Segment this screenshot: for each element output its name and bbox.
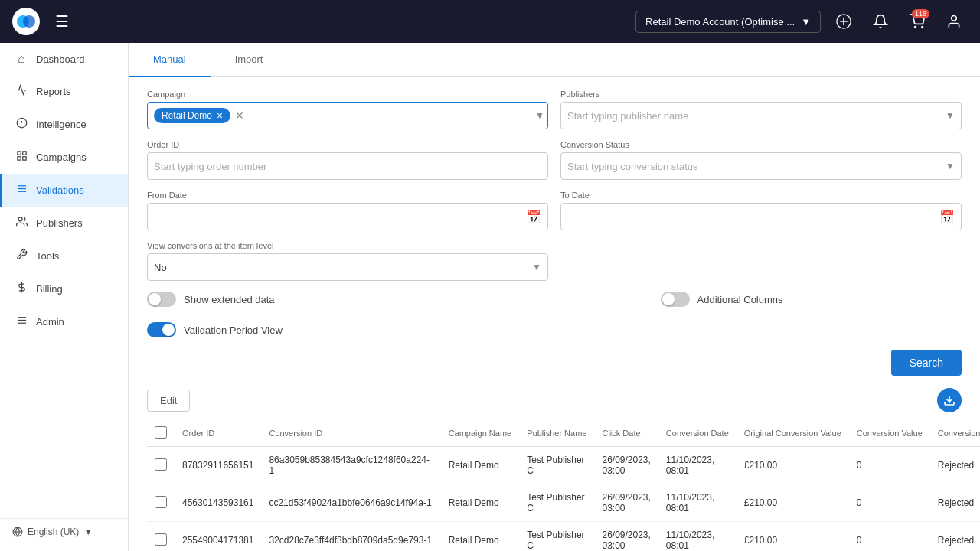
row-publisher-name: Test Publisher C bbox=[519, 447, 594, 484]
svg-point-2 bbox=[23, 15, 35, 28]
conversion-status-dropdown-button[interactable]: ▼ bbox=[939, 153, 961, 179]
from-date-input[interactable]: 01/10/2023 bbox=[148, 204, 520, 230]
header-conversion-status: Conversion Status bbox=[930, 420, 980, 447]
additional-columns-label: Additional Columns bbox=[697, 294, 783, 305]
row-checkbox-cell bbox=[147, 447, 175, 484]
sidebar-item-publishers[interactable]: Publishers bbox=[0, 207, 128, 240]
publishers-input-wrap: ▼ bbox=[560, 102, 962, 129]
row-campaign-name: Retail Demo bbox=[441, 522, 520, 552]
view-conversions-label: View conversions at the item level bbox=[147, 241, 548, 250]
sidebar-item-campaigns[interactable]: Campaigns bbox=[0, 141, 128, 174]
svg-rect-11 bbox=[22, 152, 25, 155]
main-content: Manual Import Campaign Retail Demo × ✕ bbox=[129, 43, 980, 551]
table-row: 25549004171381 32cd28c7e3ff4df3bdb8709da… bbox=[147, 522, 980, 552]
campaign-chip: Retail Demo × bbox=[154, 108, 230, 123]
sidebar-item-dashboard[interactable]: ⌂ Dashboard bbox=[0, 43, 128, 75]
add-button[interactable] bbox=[830, 8, 858, 35]
campaign-label: Campaign bbox=[147, 90, 548, 99]
to-date-input[interactable]: 13/11/2023 bbox=[561, 204, 933, 230]
publishers-label: Publishers bbox=[560, 90, 962, 99]
sidebar-item-reports[interactable]: Reports bbox=[0, 75, 128, 108]
language-label: English (UK) bbox=[28, 527, 79, 537]
row-order-id: 87832911656151 bbox=[175, 447, 261, 484]
campaign-clear-button[interactable]: ✕ bbox=[235, 109, 244, 122]
select-all-checkbox[interactable] bbox=[155, 426, 167, 439]
row-checkbox-cell bbox=[147, 484, 175, 522]
filter-row-3: From Date 01/10/2023 📅 To Date 13/11/202… bbox=[147, 191, 962, 230]
sidebar-label-dashboard: Dashboard bbox=[36, 54, 85, 65]
order-id-filter: Order ID bbox=[147, 140, 548, 180]
row-conversion-status: Rejected bbox=[930, 484, 980, 522]
from-date-calendar-button[interactable]: 📅 bbox=[520, 210, 547, 224]
sidebar-item-billing[interactable]: Billing bbox=[0, 272, 128, 305]
campaign-chip-close[interactable]: × bbox=[217, 110, 223, 121]
publishers-icon bbox=[15, 216, 28, 230]
header-click-date: Click Date bbox=[594, 420, 658, 447]
user-button[interactable] bbox=[940, 8, 968, 35]
tab-import[interactable]: Import bbox=[211, 43, 288, 77]
row-publisher-name: Test Publisher C bbox=[519, 484, 594, 522]
row-conversion-date: 11/10/2023, 08:01 bbox=[658, 447, 737, 484]
row-click-date: 26/09/2023, 03:00 bbox=[594, 522, 658, 552]
order-id-input[interactable] bbox=[148, 153, 547, 179]
row-original-conversion-value: £210.00 bbox=[737, 522, 849, 552]
to-date-calendar-button[interactable]: 📅 bbox=[933, 210, 961, 224]
validation-period-toggle[interactable] bbox=[147, 322, 176, 337]
tab-manual[interactable]: Manual bbox=[129, 43, 211, 77]
cart-button[interactable]: 118 bbox=[903, 8, 931, 35]
conversion-status-input[interactable] bbox=[561, 153, 939, 179]
search-button[interactable]: Search bbox=[891, 350, 962, 376]
row-conversion-id: 32cd28c7e3ff4df3bdb8709da5d9e793-1 bbox=[261, 522, 440, 552]
order-id-input-wrap bbox=[147, 152, 548, 180]
sidebar-item-tools[interactable]: Tools bbox=[0, 240, 128, 272]
spacer-filter bbox=[560, 241, 962, 281]
account-selector[interactable]: Retail Demo Account (Optimise ... ▼ bbox=[635, 11, 821, 33]
row-checkbox[interactable] bbox=[155, 458, 167, 471]
view-conversions-filter: View conversions at the item level No Ye… bbox=[147, 241, 548, 281]
conversion-status-label: Conversion Status bbox=[560, 140, 962, 149]
publishers-filter: Publishers ▼ bbox=[560, 90, 962, 129]
sidebar-label-reports: Reports bbox=[36, 86, 71, 97]
row-conversion-date: 11/10/2023, 08:01 bbox=[658, 522, 737, 552]
conversion-status-input-wrap: ▼ bbox=[560, 152, 962, 180]
row-order-id: 25549004171381 bbox=[175, 522, 261, 552]
download-button[interactable] bbox=[937, 388, 962, 412]
sidebar-item-admin[interactable]: Admin bbox=[0, 305, 128, 338]
additional-columns-toggle[interactable] bbox=[661, 292, 690, 307]
header-order-id: Order ID bbox=[175, 420, 261, 447]
row-conversion-id: 86a3059b85384543a9cfc1248f60a224-1 bbox=[261, 447, 440, 484]
filter-row-1: Campaign Retail Demo × ✕ ▼ Publishers bbox=[147, 90, 962, 129]
show-extended-data-toggle-row: Show extended data bbox=[147, 292, 275, 307]
notification-button[interactable] bbox=[867, 8, 894, 35]
sidebar-label-billing: Billing bbox=[36, 283, 63, 295]
sidebar: ⌂ Dashboard Reports Intelligence Campaig… bbox=[0, 43, 129, 551]
hamburger-button[interactable]: ☰ bbox=[55, 12, 69, 31]
sidebar-item-intelligence[interactable]: Intelligence bbox=[0, 108, 128, 141]
tools-icon bbox=[15, 249, 28, 263]
additional-columns-toggle-row: Additional Columns bbox=[661, 292, 783, 307]
row-checkbox[interactable] bbox=[155, 496, 167, 508]
table-row: 45630143593161 cc21d53f49024a1bbfe0646a9… bbox=[147, 484, 980, 522]
sidebar-item-validations[interactable]: Validations bbox=[0, 174, 128, 207]
svg-rect-10 bbox=[17, 152, 20, 155]
billing-icon bbox=[15, 282, 28, 296]
show-extended-data-toggle[interactable] bbox=[147, 292, 176, 307]
publishers-input[interactable] bbox=[561, 103, 939, 129]
publishers-dropdown-button[interactable]: ▼ bbox=[939, 103, 961, 129]
dashboard-icon: ⌂ bbox=[15, 52, 28, 66]
sidebar-label-intelligence: Intelligence bbox=[36, 119, 87, 130]
account-label: Retail Demo Account (Optimise ... bbox=[645, 16, 795, 28]
navbar: ☰ Retail Demo Account (Optimise ... ▼ 11… bbox=[0, 0, 980, 43]
row-conversion-value: 0 bbox=[849, 484, 930, 522]
row-click-date: 26/09/2023, 03:00 bbox=[594, 447, 658, 484]
table-body: 87832911656151 86a3059b85384543a9cfc1248… bbox=[147, 447, 980, 552]
language-selector[interactable]: English (UK) ▼ bbox=[0, 518, 128, 545]
to-date-filter: To Date 13/11/2023 📅 bbox=[560, 191, 962, 230]
sidebar-label-admin: Admin bbox=[36, 316, 64, 328]
row-checkbox[interactable] bbox=[155, 533, 167, 546]
edit-button[interactable]: Edit bbox=[147, 390, 190, 412]
from-date-filter: From Date 01/10/2023 📅 bbox=[147, 191, 548, 230]
view-conversions-select[interactable]: No Yes bbox=[148, 254, 547, 280]
account-dropdown-icon: ▼ bbox=[801, 16, 811, 28]
campaign-dropdown-button[interactable]: ▼ bbox=[535, 110, 544, 121]
